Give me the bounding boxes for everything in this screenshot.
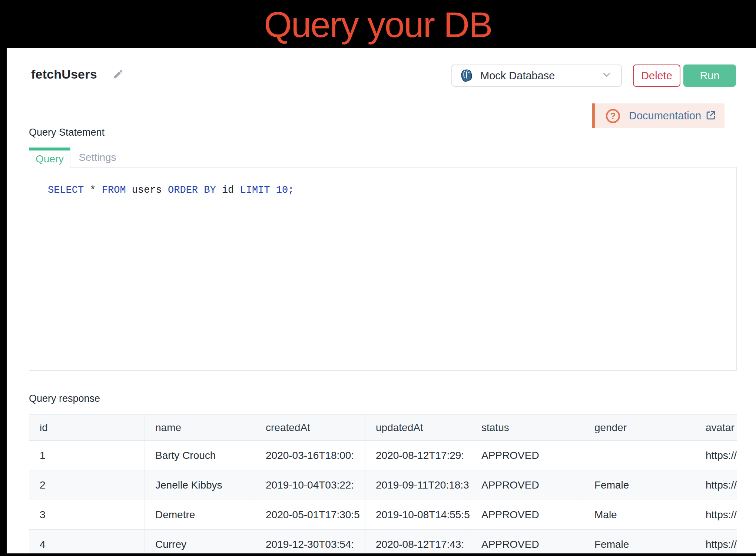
edit-pencil-icon[interactable] (113, 69, 124, 80)
table-row: 2Jenelle Kibbys2019-10-04T03:22:2019-09-… (29, 470, 737, 500)
tab-settings[interactable]: Settings (70, 148, 125, 168)
cell-avatar: https:// (695, 530, 737, 554)
cell-avatar: https:// (695, 441, 737, 470)
query-response-label: Query response (29, 393, 100, 404)
documentation-label: Documentation (629, 110, 701, 122)
postgresql-icon (460, 69, 474, 83)
tab-query[interactable]: Query (29, 148, 70, 168)
query-response-table: idnamecreatedAtupdatedAtstatusgenderavat… (29, 414, 737, 553)
sql-token-plain: * (90, 185, 102, 196)
external-link-icon (706, 110, 716, 122)
sql-token-number: 10; (276, 185, 294, 196)
cell-id: 3 (29, 500, 145, 530)
cell-updatedAt: 2019-09-11T20:18:3 (365, 470, 471, 500)
cell-id: 1 (29, 441, 145, 470)
cell-name: Currey (145, 530, 255, 554)
documentation-link[interactable]: ? Documentation (592, 103, 724, 128)
cell-gender: Female (584, 470, 695, 500)
column-header-updatedAt[interactable]: updatedAt (365, 415, 471, 441)
column-header-createdAt[interactable]: createdAt (255, 415, 365, 441)
sql-token-plain: users (132, 185, 168, 196)
cell-createdAt: 2019-10-04T03:22: (255, 470, 365, 500)
table-header-row: idnamecreatedAtupdatedAtstatusgenderavat… (29, 415, 737, 441)
cell-status: APPROVED (471, 470, 584, 500)
table-row: 1Barty Crouch2020-03-16T18:00:2020-08-12… (29, 441, 737, 470)
chevron-down-icon (601, 69, 612, 82)
cell-status: APPROVED (471, 441, 584, 470)
query-statement-label: Query Statement (29, 127, 105, 138)
sql-token-plain: id (222, 185, 240, 196)
cell-updatedAt: 2020-08-12T17:29: (365, 441, 471, 470)
table-row: 4Currey2019-12-30T03:54:2020-08-12T17:43… (29, 530, 737, 554)
sql-editor[interactable]: SELECT * FROM users ORDER BY id LIMIT 10… (29, 167, 737, 371)
cell-status: APPROVED (471, 500, 584, 530)
sql-statement[interactable]: SELECT * FROM users ORDER BY id LIMIT 10… (29, 168, 736, 196)
top-banner: Query your DB (0, 0, 756, 48)
editor-tabs: Query Settings (29, 148, 125, 168)
cell-updatedAt: 2019-10-08T14:55:5 (365, 500, 471, 530)
cell-avatar: https:// (695, 500, 737, 530)
query-title-row: fetchUsers (31, 66, 124, 82)
cell-id: 2 (29, 470, 145, 500)
app-panel: fetchUsers Mock Database (7, 48, 756, 553)
left-black-border (0, 48, 7, 556)
question-circle-icon: ? (606, 109, 620, 123)
cell-gender: Male (584, 500, 695, 530)
toolbar: Mock Database Delete Run (451, 64, 736, 87)
cell-createdAt: 2019-12-30T03:54: (255, 530, 365, 554)
page: Query your DB fetchUsers (0, 0, 756, 556)
query-name: fetchUsers (31, 67, 97, 82)
cell-gender (584, 441, 695, 470)
cell-gender: Female (584, 530, 695, 554)
sql-token-keyword: LIMIT (240, 185, 276, 196)
cell-name: Jenelle Kibbys (145, 470, 255, 500)
cell-avatar: https:// (695, 470, 737, 500)
sql-token-keyword: ORDER BY (168, 185, 222, 196)
column-header-gender[interactable]: gender (584, 415, 695, 441)
cell-id: 4 (29, 530, 145, 554)
bottom-black-border (0, 553, 756, 556)
table-body: 1Barty Crouch2020-03-16T18:00:2020-08-12… (29, 441, 737, 554)
cell-status: APPROVED (471, 530, 584, 554)
cell-createdAt: 2020-05-01T17:30:5 (255, 500, 365, 530)
cell-name: Demetre (145, 500, 255, 530)
resource-selector-value: Mock Database (480, 70, 601, 82)
sql-token-keyword: FROM (102, 185, 132, 196)
cell-updatedAt: 2020-08-12T17:43: (365, 530, 471, 554)
column-header-name[interactable]: name (145, 415, 255, 441)
cell-name: Barty Crouch (145, 441, 255, 470)
resource-selector-dropdown[interactable]: Mock Database (451, 64, 622, 87)
column-header-avatar[interactable]: avatar (695, 415, 737, 441)
column-header-id[interactable]: id (29, 415, 145, 441)
banner-title: Query your DB (264, 4, 492, 46)
column-header-status[interactable]: status (471, 415, 584, 441)
run-button[interactable]: Run (683, 64, 736, 87)
delete-button[interactable]: Delete (633, 64, 680, 87)
table-row: 3Demetre2020-05-01T17:30:52019-10-08T14:… (29, 500, 737, 530)
sql-token-keyword: SELECT (48, 185, 90, 196)
cell-createdAt: 2020-03-16T18:00: (255, 441, 365, 470)
